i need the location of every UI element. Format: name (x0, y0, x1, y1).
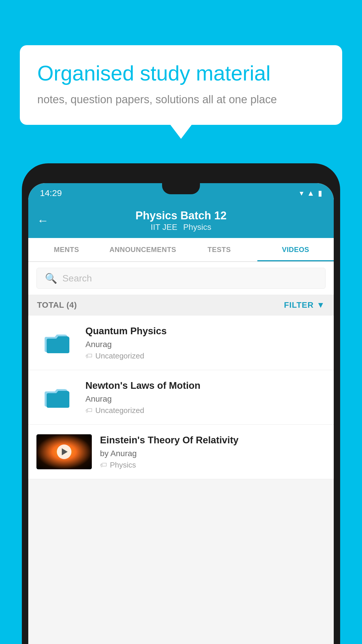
filter-label: FILTER (284, 300, 314, 310)
video-title: Newton's Laws of Motion (85, 379, 326, 392)
wifi-icon: ▾ (300, 189, 303, 198)
tag-icon: 🏷 (100, 461, 107, 469)
list-item[interactable]: Einstein's Theory Of Relativity by Anura… (28, 425, 334, 479)
app-bar-subtitle: IIT JEE Physics (151, 223, 211, 232)
search-bar-container: 🔍 Search (28, 262, 334, 295)
video-tag: 🏷 Uncategorized (85, 351, 326, 360)
tag-label: Physics (110, 461, 136, 470)
phone-notch (162, 183, 200, 194)
tab-videos[interactable]: VIDEOS (257, 238, 334, 261)
folder-svg (45, 386, 69, 408)
tag-icon: 🏷 (85, 406, 92, 414)
video-info: Quantum Physics Anurag 🏷 Uncategorized (85, 325, 326, 360)
tag-label: Uncategorized (95, 351, 144, 360)
video-author: by Anurag (100, 449, 326, 458)
subtitle-iitjee: IIT JEE (151, 223, 177, 232)
video-author: Anurag (85, 340, 326, 349)
tab-ments[interactable]: MENTS (28, 238, 105, 261)
battery-icon: ▮ (318, 189, 322, 198)
speech-bubble: Organised study material notes, question… (20, 45, 342, 125)
subtitle-physics: Physics (183, 223, 211, 232)
list-item[interactable]: Quantum Physics Anurag 🏷 Uncategorized (28, 316, 334, 370)
folder-icon (42, 383, 71, 412)
play-triangle-icon (62, 448, 68, 455)
folder-svg (45, 332, 69, 354)
folder-icon (42, 328, 71, 357)
video-info: Einstein's Theory Of Relativity by Anura… (100, 434, 326, 470)
tag-label: Uncategorized (95, 406, 144, 415)
filter-button[interactable]: FILTER ▼ (284, 300, 325, 310)
tab-announcements[interactable]: ANNOUNCEMENTS (105, 238, 181, 261)
status-time: 14:29 (40, 188, 62, 198)
signal-icon: ▲ (307, 189, 314, 198)
app-bar-title: Physics Batch 12 (136, 209, 227, 223)
filter-icon: ▼ (317, 300, 325, 310)
list-item[interactable]: Newton's Laws of Motion Anurag 🏷 Uncateg… (28, 370, 334, 425)
filter-bar: TOTAL (4) FILTER ▼ (28, 295, 334, 316)
phone-frame: 14:29 ▾ ▲ ▮ ← Physics Batch 12 IIT JEE P… (22, 163, 340, 644)
speech-bubble-container: Organised study material notes, question… (20, 45, 342, 125)
video-list: Quantum Physics Anurag 🏷 Uncategorized (28, 316, 334, 479)
video-tag: 🏷 Physics (100, 461, 326, 470)
play-button-overlay[interactable] (57, 444, 71, 459)
tab-tests[interactable]: TESTS (181, 238, 257, 261)
total-label: TOTAL (4) (37, 300, 77, 310)
video-tag: 🏷 Uncategorized (85, 406, 326, 415)
back-button[interactable]: ← (37, 214, 49, 227)
speech-bubble-title: Organised study material (37, 61, 325, 85)
speech-bubble-subtitle: notes, question papers, solutions all at… (37, 92, 325, 107)
video-title: Einstein's Theory Of Relativity (100, 434, 326, 447)
search-placeholder: Search (62, 273, 92, 284)
search-icon: 🔍 (45, 272, 57, 284)
search-bar[interactable]: 🔍 Search (36, 268, 326, 289)
phone-screen: 14:29 ▾ ▲ ▮ ← Physics Batch 12 IIT JEE P… (28, 183, 334, 644)
app-bar: ← Physics Batch 12 IIT JEE Physics (28, 203, 334, 238)
video-thumbnail (36, 434, 92, 469)
video-info: Newton's Laws of Motion Anurag 🏷 Uncateg… (85, 379, 326, 415)
video-author: Anurag (85, 394, 326, 404)
tab-bar: MENTS ANNOUNCEMENTS TESTS VIDEOS (28, 238, 334, 262)
status-icons: ▾ ▲ ▮ (300, 189, 322, 198)
video-title: Quantum Physics (85, 325, 326, 337)
tag-icon: 🏷 (85, 352, 92, 360)
